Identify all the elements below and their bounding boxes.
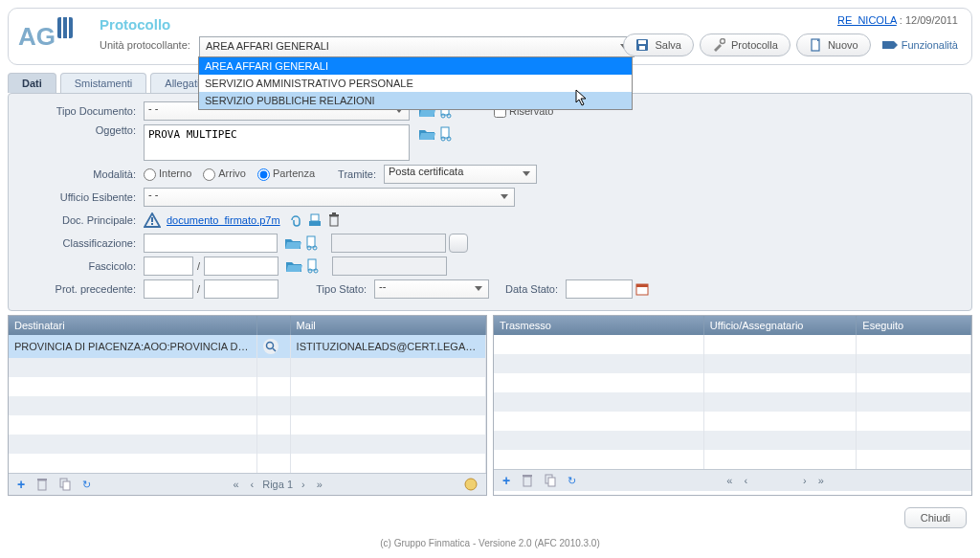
add-row-icon[interactable]: + [14,477,28,492]
dropdown-option-2[interactable]: SERVIZIO PUBBLICHE RELAZIONI [199,92,632,109]
puzzle-icon [882,38,898,52]
user-info: RE_NICOLA : 12/09/2011 [837,14,958,26]
nav-prev-icon[interactable]: ‹ [248,479,257,490]
fascicolo-desc-input[interactable] [332,257,447,276]
table-row[interactable] [9,396,486,415]
table-row[interactable] [494,450,971,469]
svg-rect-25 [636,284,648,287]
user-link[interactable]: RE_NICOLA [837,14,897,26]
protocolla-button[interactable]: Protocolla [700,33,791,56]
copy-icon[interactable] [56,478,74,491]
nav-next-icon[interactable]: › [800,475,810,486]
delete-row-icon[interactable] [519,474,536,487]
table-row[interactable] [9,377,486,396]
doc-principale-link[interactable]: documento_firmato.p7m [167,214,280,226]
document-cut-icon[interactable] [303,257,323,276]
folder-open-icon[interactable] [284,257,303,276]
table-row[interactable] [9,415,486,435]
chevron-down-icon [523,171,530,176]
nav-first-icon[interactable]: « [724,475,735,486]
radio-arrivo[interactable]: Arrivo [203,167,246,181]
table-row[interactable] [494,373,971,392]
col-icon [256,316,290,335]
table-row[interactable] [494,431,971,450]
data-stato-input[interactable] [566,279,633,299]
cursor-icon [575,89,589,106]
classificazione-input[interactable] [144,234,278,253]
trash-icon[interactable] [324,211,344,230]
warning-icon [144,212,161,228]
chevron-down-icon [475,286,482,291]
radio-interno[interactable]: Interno [144,167,191,181]
calendar-icon[interactable] [633,279,652,299]
table-row[interactable] [494,354,971,373]
magnify-icon[interactable] [263,339,278,354]
refresh-icon[interactable]: ↻ [79,479,94,491]
lookup-button[interactable] [449,234,468,253]
slash-1: / [193,260,204,272]
nav-last-icon[interactable]: » [815,475,827,486]
chevron-down-icon [501,194,508,199]
fascicolo-num-input[interactable] [204,257,278,276]
dropdown-option-1[interactable]: SERVIZIO AMMINISTRATIVO PERSONALE [199,75,632,92]
table-row[interactable] [494,392,971,412]
attach-icon[interactable] [286,211,305,230]
col-mail[interactable]: Mail [290,316,485,335]
bottom-bar: Chiudi [0,500,980,536]
add-row-icon[interactable]: + [500,473,513,488]
nav-next-icon[interactable]: › [299,479,308,490]
tipo-stato-select[interactable]: -- [374,279,489,299]
doc-principale-label: Doc. Principale: [14,214,144,226]
refresh-icon[interactable]: ↻ [565,475,579,487]
tab-dati[interactable]: Dati [8,73,56,93]
table-row[interactable]: PROVINCIA DI PIACENZA:AOO:PROVINCIA DI P… [9,335,486,358]
tramite-label: Tramite: [326,168,384,180]
radio-partenza[interactable]: Partenza [257,167,315,181]
col-ufficio[interactable]: Ufficio/Assegnatario [703,316,857,335]
nav-last-icon[interactable]: » [314,479,325,490]
col-destinatari[interactable]: Destinatari [9,316,256,335]
oggetto-input[interactable] [144,124,410,161]
tramite-select[interactable]: Posta certificata [384,165,537,184]
folder-open-icon[interactable] [283,234,302,253]
prot-prec-num-input[interactable] [204,279,278,299]
unit-dropdown[interactable]: AREA AFFARI GENERALI SERVIZIO AMMINISTRA… [198,56,633,110]
table-row[interactable] [9,435,486,454]
document-cut-icon[interactable] [302,234,322,253]
nuovo-button[interactable]: Nuovo [796,33,871,56]
svg-rect-31 [63,481,70,490]
folder-open-icon[interactable] [417,124,436,144]
document-cut-icon[interactable] [436,124,456,144]
ufficio-select[interactable]: - - [144,188,515,207]
scan-icon[interactable] [305,211,324,230]
prot-prec-anno-input[interactable] [144,279,193,299]
col-trasmesso[interactable]: Trasmesso [494,316,703,335]
table-row[interactable] [494,412,971,431]
classificazione-label: Classificazione: [14,237,144,249]
footer-text: (c) Gruppo Finmatica - Versione 2.0 (AFC… [0,536,980,550]
nav-prev-icon[interactable]: ‹ [741,475,750,486]
classificazione-desc-input[interactable] [331,234,446,253]
svg-rect-29 [37,479,47,480]
table-row[interactable] [9,454,486,473]
col-eseguito[interactable]: Eseguito [857,316,971,335]
dropdown-option-0[interactable]: AREA AFFARI GENERALI [199,57,632,75]
table-row[interactable] [9,358,486,377]
table-row[interactable] [494,335,971,354]
tipo-documento-label: Tipo Documento: [14,105,144,117]
copy-icon[interactable] [542,474,559,487]
save-button[interactable]: Salva [623,33,694,56]
unit-select[interactable]: AREA AFFARI GENERALI [199,36,635,57]
nav-first-icon[interactable]: « [230,479,241,490]
funzionalita-link[interactable]: Funzionalità [877,38,958,52]
form-panel: Tipo Documento: - - Riservato Oggetto: M… [8,93,972,311]
header: AG Protocollo Unità protocollante: AREA … [8,8,972,65]
grid-footer-left: + ↻ « ‹ Riga 1 › » [9,473,486,495]
tab-smistamenti[interactable]: Smistamenti [60,73,147,93]
delete-row-icon[interactable] [33,478,51,491]
chiudi-button[interactable]: Chiudi [904,507,967,528]
svg-rect-33 [523,477,531,486]
floppy-icon [635,38,649,52]
export-icon[interactable] [461,478,480,491]
fascicolo-anno-input[interactable] [144,257,193,276]
